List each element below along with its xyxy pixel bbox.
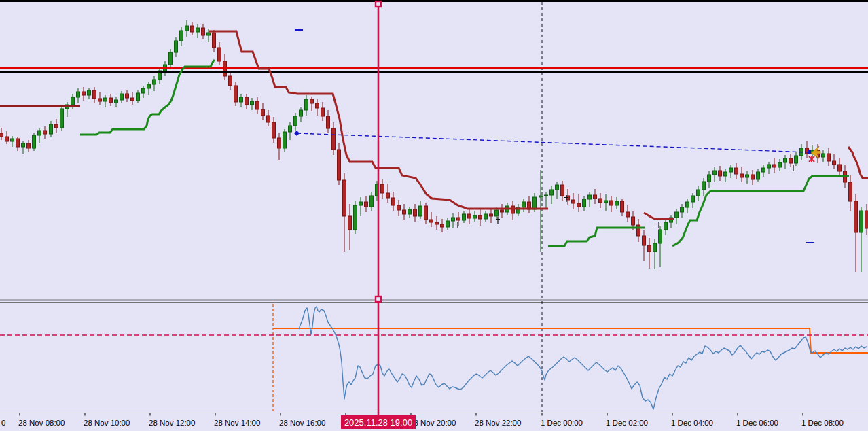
- candle-body: [833, 161, 836, 165]
- candle-body: [457, 218, 460, 220]
- candle-body: [659, 230, 662, 243]
- candle-body: [294, 116, 297, 126]
- candle-body: [675, 212, 679, 218]
- candle-body: [289, 126, 292, 132]
- time-axis-label: 1 Dec 04:00: [671, 419, 713, 427]
- candle-body: [691, 196, 695, 202]
- candle-body: [767, 165, 771, 168]
- crosshair-handle[interactable]: [376, 296, 381, 302]
- candle-body: [33, 135, 36, 148]
- candle-body: [126, 94, 129, 98]
- candle-body: [762, 168, 765, 172]
- candle-body: [88, 90, 91, 95]
- candle-body: [441, 224, 444, 227]
- candle-body: [751, 175, 755, 179]
- candle-body: [539, 196, 543, 197]
- candle-body: [397, 205, 401, 210]
- candle-body: [98, 99, 102, 101]
- candle-body: [202, 28, 205, 35]
- candle-body: [621, 201, 624, 212]
- candle-body: [272, 122, 276, 138]
- candle-body: [632, 217, 635, 225]
- candle-body: [713, 171, 717, 175]
- candle-body: [577, 203, 581, 207]
- chart-background: [0, 0, 868, 431]
- candle-body: [604, 201, 608, 203]
- candle-body: [321, 108, 325, 116]
- candle-body: [452, 218, 455, 221]
- candle-body: [724, 172, 727, 176]
- time-axis-label: 28 Nov 12:00: [149, 419, 195, 427]
- time-axis-label: 28 Nov 20:00: [410, 419, 456, 427]
- candle-body: [153, 80, 156, 84]
- candle-body: [648, 245, 651, 252]
- trading-chart-window[interactable]: 28 Nov 08:0028 Nov 10:0028 Nov 12:0028 N…: [0, 0, 868, 431]
- candle-body: [261, 109, 265, 116]
- chart-canvas[interactable]: 28 Nov 08:0028 Nov 10:0028 Nov 12:0028 N…: [0, 0, 868, 431]
- candle-body: [615, 201, 619, 205]
- candle-body: [556, 185, 559, 190]
- time-axis-label: 1 Dec 02:00: [606, 419, 648, 427]
- candle-body: [218, 48, 221, 61]
- candle-body: [865, 211, 868, 228]
- candle-body: [435, 222, 439, 224]
- candle-body: [104, 98, 107, 101]
- candle-body: [473, 216, 477, 218]
- candle-body: [332, 128, 336, 150]
- candle-body: [610, 201, 613, 205]
- candle-body: [245, 97, 249, 105]
- candle-body: [735, 168, 738, 174]
- candle-body: [185, 26, 189, 31]
- candle-body: [740, 174, 744, 177]
- candle-body: [343, 180, 346, 216]
- candle-body: [60, 109, 64, 128]
- candle-body: [729, 168, 733, 172]
- candle-body: [365, 202, 368, 207]
- candle-body: [653, 243, 657, 252]
- crosshair-time-badge: 2025.11.28 19:00: [341, 415, 416, 429]
- candle-body: [583, 199, 586, 207]
- candle-body: [191, 26, 194, 32]
- candle-body: [316, 103, 319, 108]
- candle-body: [370, 196, 374, 207]
- candle-body: [11, 139, 14, 141]
- candle-body: [697, 190, 700, 196]
- candle-body: [789, 158, 793, 163]
- candle-body: [522, 202, 526, 207]
- candle-body: [137, 93, 140, 101]
- candle-body: [719, 171, 722, 176]
- candle-body: [142, 88, 145, 93]
- candle-body: [822, 154, 825, 157]
- crosshair-handle[interactable]: [376, 1, 381, 7]
- candle-body: [392, 198, 395, 205]
- candle-body: [310, 99, 314, 103]
- candle-body: [213, 33, 216, 48]
- candle-body: [403, 210, 406, 214]
- candle-body: [71, 97, 75, 105]
- candle-body: [43, 131, 47, 134]
- candle-body: [784, 158, 787, 162]
- candle-body: [708, 175, 711, 182]
- candle-body: [359, 202, 363, 205]
- candle-body: [348, 216, 352, 230]
- candle-body: [196, 28, 200, 32]
- candle-body: [664, 222, 668, 230]
- candle-body: [572, 200, 575, 203]
- candle-body: [131, 98, 134, 101]
- candle-body: [795, 156, 798, 163]
- candle-body: [207, 33, 211, 35]
- time-axis-label: 1 Dec 06:00: [736, 419, 778, 427]
- candle-body: [479, 216, 482, 219]
- candle-body: [501, 210, 504, 212]
- candle-body: [561, 185, 564, 196]
- candle-body: [550, 190, 554, 195]
- candle-body: [115, 100, 118, 103]
- time-axis-label: 1 Dec 00:00: [541, 419, 583, 427]
- candle-body: [82, 92, 86, 95]
- candle-body: [180, 31, 183, 41]
- candle-body: [147, 84, 151, 88]
- candle-body: [338, 150, 341, 180]
- candle-body: [305, 99, 308, 110]
- trendline-end-handle[interactable]: [808, 150, 811, 154]
- candle-body: [545, 195, 548, 196]
